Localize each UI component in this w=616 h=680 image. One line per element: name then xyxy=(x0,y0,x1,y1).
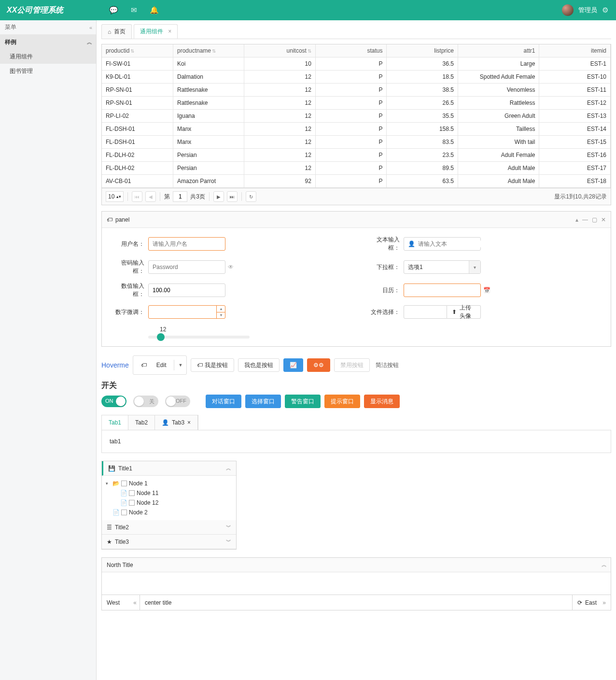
select-dialog-button[interactable]: 选择窗口 xyxy=(245,395,281,408)
chevron-up-icon[interactable]: ︽ xyxy=(226,465,231,472)
table-row[interactable]: RP-SN-01Rattlesnake12P38.5VenomlessEST-1… xyxy=(102,84,611,97)
select-input[interactable]: 选项1▾ xyxy=(404,260,481,274)
upload-button[interactable]: ⬆上传头像 xyxy=(447,305,481,319)
collapse-icon[interactable]: ▴ xyxy=(575,216,578,223)
sidebar-group[interactable]: 样例 ︽ xyxy=(0,35,96,49)
layout-west[interactable]: West« xyxy=(101,595,140,610)
username-input[interactable] xyxy=(148,237,225,251)
checkbox[interactable] xyxy=(129,500,135,506)
text-input[interactable] xyxy=(418,241,490,247)
layout-east[interactable]: ⟳East» xyxy=(573,595,611,610)
table-row[interactable]: FL-DSH-01Manx12P158.5TaillessEST-14 xyxy=(102,123,611,136)
collapse-icon[interactable]: « xyxy=(133,599,137,606)
caret-down-icon[interactable]: ▼ xyxy=(174,360,186,370)
switch-on[interactable]: ON xyxy=(101,396,126,407)
file-input[interactable] xyxy=(404,305,447,319)
bell-icon[interactable]: 🔔 xyxy=(150,6,159,14)
accordion-title3[interactable]: ★Title3︾ xyxy=(102,535,236,549)
table-row[interactable]: AV-CB-01Amazon Parrot92P63.5Adult MaleES… xyxy=(102,175,611,188)
col-listprice[interactable]: listprice xyxy=(387,44,458,57)
table-row[interactable]: RP-LI-02Iguana12P35.5Green AdultEST-13 xyxy=(102,110,611,123)
refresh-icon[interactable]: ⟳ xyxy=(577,599,582,606)
tab2[interactable]: Tab2 xyxy=(128,415,155,430)
maximize-icon[interactable]: ▢ xyxy=(592,216,597,223)
calendar-icon[interactable]: 📅 xyxy=(483,287,490,294)
tree-node[interactable]: 📄Node 11 xyxy=(106,488,232,498)
spin-down-icon[interactable]: ▾ xyxy=(216,312,225,319)
page-input[interactable] xyxy=(173,191,187,202)
warn-button[interactable]: 警告窗口 xyxy=(285,395,321,408)
button-1[interactable]: 🏷我是按钮 xyxy=(191,358,234,372)
close-icon[interactable]: × xyxy=(168,28,171,35)
password-input[interactable] xyxy=(153,264,225,270)
table-row[interactable]: FL-DLH-02Persian12P89.5Adult MaleEST-17 xyxy=(102,162,611,175)
col-status[interactable]: status xyxy=(315,44,386,57)
dialog-button[interactable]: 对话窗口 xyxy=(206,395,241,408)
table-row[interactable]: FI-SW-01Koi10P36.5LargeEST-1 xyxy=(102,57,611,71)
button-2[interactable]: 我也是按钮 xyxy=(238,358,280,372)
chart-button[interactable]: 📈 xyxy=(283,358,303,372)
tab-home[interactable]: ⌂ 首页 xyxy=(101,24,132,39)
chevron-up-icon[interactable]: ︽ xyxy=(602,561,607,568)
plain-button[interactable]: 简洁按钮 xyxy=(374,358,401,372)
close-icon[interactable]: ✕ xyxy=(601,216,606,223)
col-unitcost[interactable]: unitcost⇅ xyxy=(244,44,315,57)
tip-button[interactable]: 提示窗口 xyxy=(324,395,360,408)
expand-icon[interactable]: » xyxy=(602,599,606,606)
number-input[interactable] xyxy=(148,283,225,297)
col-attr1[interactable]: attr1 xyxy=(458,44,539,57)
slider-knob[interactable] xyxy=(157,333,165,341)
table-row[interactable]: K9-DL-01Dalmation12P18.5Spotted Adult Fe… xyxy=(102,71,611,84)
label-select: 下拉框： xyxy=(366,263,400,271)
chevron-down-icon[interactable]: ︾ xyxy=(226,524,231,531)
tree-node[interactable]: 📄Node 2 xyxy=(106,508,232,517)
pager-refresh[interactable]: ↻ xyxy=(246,191,256,202)
collapse-icon[interactable]: « xyxy=(89,25,92,30)
table-row[interactable]: FL-DSH-01Manx12P83.5With tailEST-15 xyxy=(102,136,611,149)
avatar[interactable] xyxy=(562,4,574,16)
accordion-title1[interactable]: 💾Title1︽ xyxy=(102,461,236,476)
tab3[interactable]: 👤Tab3× xyxy=(155,415,198,430)
tab1[interactable]: Tab1 xyxy=(102,415,128,430)
chevron-up-icon[interactable]: ︽ xyxy=(87,39,92,46)
mail-icon[interactable]: ✉ xyxy=(131,6,137,14)
checkbox[interactable] xyxy=(121,481,127,486)
spin-up-icon[interactable]: ▴ xyxy=(216,306,225,312)
msg-button[interactable]: 显示消息 xyxy=(364,395,400,408)
chevron-down-icon[interactable]: ︾ xyxy=(226,538,231,545)
cell: Venomless xyxy=(458,84,539,97)
pager-next[interactable]: ▶ xyxy=(213,191,224,202)
page-size-select[interactable]: 10▴▾ xyxy=(106,191,124,202)
edit-splitbutton[interactable]: 🏷Edit ▼ xyxy=(133,355,187,375)
hover-link[interactable]: Hoverme xyxy=(101,361,129,369)
settings-icon[interactable]: ⚙ xyxy=(602,6,608,14)
accordion-title2[interactable]: ☰Title2︾ xyxy=(102,520,236,535)
table-row[interactable]: RP-SN-01Rattlesnake12P26.5RattlelessEST-… xyxy=(102,97,611,110)
calendar-input[interactable] xyxy=(408,287,480,294)
layout-north[interactable]: North Title︽ xyxy=(102,558,611,572)
eye-icon[interactable]: 👁 xyxy=(228,264,234,270)
tree-node[interactable]: ▾📂Node 1 xyxy=(106,479,232,488)
slider[interactable] xyxy=(148,336,250,339)
minimize-icon[interactable]: — xyxy=(582,216,588,223)
col-productname[interactable]: productname⇅ xyxy=(173,44,244,57)
user-name[interactable]: 管理员 xyxy=(578,6,597,14)
checkbox[interactable] xyxy=(121,510,127,515)
spinner-input[interactable]: ▴▾ xyxy=(148,305,225,319)
pager-first[interactable]: ⏮ xyxy=(132,191,142,202)
col-productid[interactable]: productid⇅ xyxy=(102,44,173,57)
switch-off-en[interactable]: OFF xyxy=(165,396,190,407)
checkbox[interactable] xyxy=(129,490,135,496)
pager-last[interactable]: ⏭ xyxy=(227,191,238,202)
col-itemid[interactable]: itemid xyxy=(539,44,611,57)
switch-off-cn[interactable]: 关 xyxy=(133,396,158,407)
gear-button[interactable]: ⚙⚙ xyxy=(307,358,330,372)
pager-prev[interactable]: ◀ xyxy=(145,191,156,202)
chat-icon[interactable]: 💬 xyxy=(109,6,118,14)
table-row[interactable]: FL-DLH-02Persian12P23.5Adult FemaleEST-1… xyxy=(102,149,611,162)
tab-components[interactable]: 通用组件 × xyxy=(134,24,178,39)
close-icon[interactable]: × xyxy=(187,419,191,426)
tree-node[interactable]: 📄Node 12 xyxy=(106,498,232,508)
sidebar-item-components[interactable]: 通用组件 xyxy=(0,49,96,64)
sidebar-item-books[interactable]: 图书管理 xyxy=(0,64,96,78)
